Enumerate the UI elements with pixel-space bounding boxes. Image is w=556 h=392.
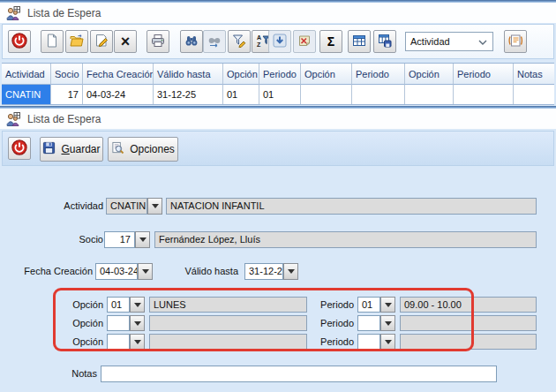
- table-save-icon: [378, 34, 392, 49]
- opcion-3-code-field[interactable]: [107, 334, 130, 350]
- grid-cell-socio[interactable]: 17: [51, 85, 83, 104]
- periodo-2-dropdown-button[interactable]: [380, 315, 395, 331]
- valido-hasta-field[interactable]: 31-12-25: [244, 263, 283, 280]
- script-form-icon: [508, 34, 522, 49]
- opcion-2-label: Opción: [35, 315, 103, 332]
- grid-header-periodo-3[interactable]: Periodo: [454, 64, 514, 85]
- grid-header-periodo-2[interactable]: Periodo: [352, 64, 405, 85]
- periodo-1-label: Periodo: [300, 297, 354, 313]
- grid-header-periodo-1[interactable]: Periodo: [259, 64, 301, 85]
- opcion-3-dropdown-button[interactable]: [130, 334, 145, 350]
- opcion-2-code-field[interactable]: [107, 315, 130, 331]
- opcion-1-dropdown-button[interactable]: [130, 297, 145, 313]
- actividad-label: Actividad: [18, 198, 103, 215]
- sum-button[interactable]: Σ: [319, 30, 342, 53]
- grid-header-actividad[interactable]: Actividad: [2, 64, 51, 85]
- periodo-3-name-field: [400, 334, 537, 350]
- dropdown-arrow-icon: [385, 321, 392, 326]
- valido-dropdown-button[interactable]: [283, 263, 298, 280]
- window-title: Lista de Espera: [27, 113, 101, 125]
- note-delete-icon: [297, 34, 312, 49]
- script-button[interactable]: [504, 30, 527, 53]
- new-button[interactable]: [41, 30, 64, 53]
- grid-cell-fecha-creacion[interactable]: 04-03-24: [83, 85, 154, 104]
- notas-label: Notas: [35, 366, 97, 382]
- grid-cell-periodo-1[interactable]: 01: [259, 85, 301, 104]
- move-down-button[interactable]: [268, 30, 291, 53]
- actividad-dropdown-button[interactable]: [147, 198, 162, 215]
- binoculars-icon: [184, 34, 199, 49]
- app-screen: Lista de Espera: [0, 0, 556, 392]
- grid-cell-notas[interactable]: [514, 85, 554, 104]
- window-lista-espera-grid: Lista de Espera: [0, 0, 556, 106]
- window-lista-espera-form: Lista de Espera Guardar: [0, 106, 556, 392]
- opcion-2-dropdown-button[interactable]: [130, 315, 145, 331]
- dropdown-arrow-icon: [152, 204, 159, 208]
- socio-code-field[interactable]: 17: [104, 231, 135, 248]
- exit-button[interactable]: [8, 137, 31, 160]
- new-document-icon: [45, 34, 59, 49]
- edit-button[interactable]: [90, 30, 113, 53]
- save-floppy-icon: [42, 141, 56, 157]
- dropdown-arrow-icon: [134, 340, 141, 344]
- grid-cell-opcion-2[interactable]: [301, 85, 352, 104]
- grid-cell-periodo-2[interactable]: [352, 85, 405, 104]
- open-button[interactable]: [65, 30, 88, 53]
- find-next-button[interactable]: [203, 30, 226, 53]
- grid-header-socio[interactable]: Socio: [51, 64, 83, 85]
- periodo-1-dropdown-button[interactable]: [380, 297, 395, 313]
- delete-button[interactable]: ×: [114, 30, 137, 53]
- socio-dropdown-button[interactable]: [135, 231, 150, 248]
- open-folder-icon: [70, 34, 84, 49]
- combo-value: Actividad: [410, 36, 450, 47]
- app-people-icon: [6, 112, 20, 126]
- grid-cell-valido-hasta[interactable]: 31-12-25: [154, 85, 223, 104]
- find-button[interactable]: [180, 30, 203, 53]
- filter-edit-icon: [232, 34, 246, 49]
- options-button[interactable]: Opciones: [108, 137, 178, 162]
- grid-cell-opcion-3[interactable]: [405, 85, 454, 104]
- periodo-3-code-field[interactable]: [357, 334, 380, 350]
- exit-button[interactable]: [8, 30, 31, 53]
- delete-note-button[interactable]: [293, 30, 316, 53]
- socio-name-field: Fernández López, Lluís: [154, 231, 537, 248]
- dropdown-arrow-icon: [385, 303, 392, 307]
- periodo-3-label: Periodo: [300, 334, 354, 351]
- arrow-down-icon: [273, 34, 287, 49]
- grid-header-opcion-2[interactable]: Opción: [301, 64, 352, 85]
- preview-magnifier-icon: [111, 141, 124, 157]
- fecha-dropdown-button[interactable]: [138, 263, 153, 280]
- grid-row[interactable]: CNATIN 17 04-03-24 31-12-25 01 01: [2, 85, 554, 105]
- grid-view-button[interactable]: [348, 30, 371, 53]
- grid-header-valido-hasta[interactable]: Válido hasta: [154, 64, 223, 85]
- titlebar: Lista de Espera: [0, 109, 556, 129]
- grid-header-notas[interactable]: Notas: [514, 64, 554, 85]
- chevron-down-icon: [478, 36, 487, 47]
- grid-header-fecha-creacion[interactable]: Fecha Creación: [83, 64, 154, 85]
- svg-text:A: A: [257, 34, 261, 41]
- grid-header-opcion-3[interactable]: Opción: [405, 64, 454, 85]
- periodo-3-dropdown-button[interactable]: [380, 334, 395, 350]
- grid-cell-actividad[interactable]: CNATIN: [2, 85, 51, 104]
- grid-cell-periodo-3[interactable]: [454, 85, 514, 104]
- options-label: Opciones: [130, 143, 175, 155]
- fecha-creacion-field[interactable]: 04-03-24: [95, 263, 138, 280]
- column-select-combo[interactable]: Actividad: [405, 32, 493, 51]
- print-button[interactable]: [147, 30, 169, 53]
- dropdown-arrow-icon: [142, 269, 149, 274]
- sigma-icon: Σ: [327, 35, 334, 48]
- valido-hasta-label: Válido hasta: [172, 263, 238, 280]
- notas-input[interactable]: [101, 366, 497, 382]
- filter-button[interactable]: [228, 30, 251, 53]
- dropdown-arrow-icon: [288, 269, 295, 274]
- periodo-1-code-field[interactable]: 01: [357, 297, 380, 313]
- actividad-code-field[interactable]: CNATIN: [106, 198, 147, 215]
- grid-cell-opcion-1[interactable]: 01: [223, 85, 259, 104]
- opcion-1-code-field[interactable]: 01: [107, 297, 130, 313]
- grid-save-button[interactable]: [373, 30, 396, 53]
- save-button[interactable]: Guardar: [40, 137, 103, 162]
- periodo-2-code-field[interactable]: [357, 315, 380, 331]
- grid-header-opcion-1[interactable]: Opción: [223, 64, 259, 85]
- socio-label: Socio: [18, 231, 103, 248]
- form-toolbar: Guardar Opciones: [2, 131, 554, 166]
